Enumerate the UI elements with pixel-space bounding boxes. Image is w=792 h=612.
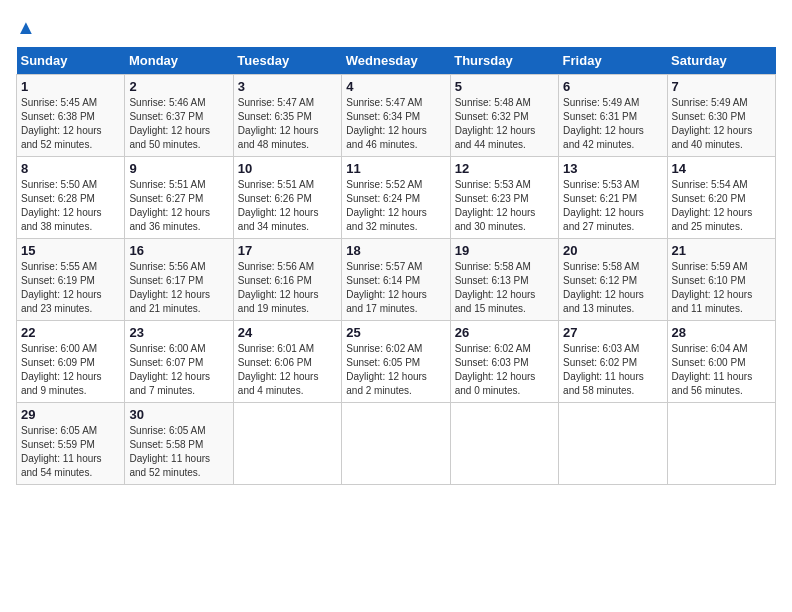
calendar-row: 29 Sunrise: 6:05 AM Sunset: 5:59 PM Dayl…: [17, 403, 776, 485]
day-sunset: Sunset: 6:19 PM: [21, 275, 95, 286]
day-number: 11: [346, 161, 445, 176]
calendar-cell: [559, 403, 667, 485]
calendar-cell: 6 Sunrise: 5:49 AM Sunset: 6:31 PM Dayli…: [559, 75, 667, 157]
calendar-cell: 28 Sunrise: 6:04 AM Sunset: 6:00 PM Dayl…: [667, 321, 775, 403]
day-sunset: Sunset: 6:32 PM: [455, 111, 529, 122]
day-number: 18: [346, 243, 445, 258]
calendar-cell: 13 Sunrise: 5:53 AM Sunset: 6:21 PM Dayl…: [559, 157, 667, 239]
day-daylight: Daylight: 12 hours and 7 minutes.: [129, 371, 210, 396]
day-daylight: Daylight: 12 hours and 9 minutes.: [21, 371, 102, 396]
day-daylight: Daylight: 12 hours and 32 minutes.: [346, 207, 427, 232]
day-number: 13: [563, 161, 662, 176]
day-number: 23: [129, 325, 228, 340]
day-daylight: Daylight: 11 hours and 58 minutes.: [563, 371, 644, 396]
day-sunset: Sunset: 6:20 PM: [672, 193, 746, 204]
day-number: 24: [238, 325, 337, 340]
day-daylight: Daylight: 12 hours and 42 minutes.: [563, 125, 644, 150]
day-sunset: Sunset: 6:34 PM: [346, 111, 420, 122]
calendar-cell: 19 Sunrise: 5:58 AM Sunset: 6:13 PM Dayl…: [450, 239, 558, 321]
day-sunrise: Sunrise: 6:00 AM: [129, 343, 205, 354]
calendar-cell: 25 Sunrise: 6:02 AM Sunset: 6:05 PM Dayl…: [342, 321, 450, 403]
calendar-cell: 24 Sunrise: 6:01 AM Sunset: 6:06 PM Dayl…: [233, 321, 341, 403]
day-sunset: Sunset: 6:09 PM: [21, 357, 95, 368]
day-number: 6: [563, 79, 662, 94]
day-number: 10: [238, 161, 337, 176]
day-sunrise: Sunrise: 5:56 AM: [238, 261, 314, 272]
day-sunrise: Sunrise: 5:45 AM: [21, 97, 97, 108]
calendar-row: 15 Sunrise: 5:55 AM Sunset: 6:19 PM Dayl…: [17, 239, 776, 321]
day-number: 26: [455, 325, 554, 340]
calendar-cell: 1 Sunrise: 5:45 AM Sunset: 6:38 PM Dayli…: [17, 75, 125, 157]
day-daylight: Daylight: 12 hours and 50 minutes.: [129, 125, 210, 150]
day-daylight: Daylight: 12 hours and 0 minutes.: [455, 371, 536, 396]
calendar-cell: 14 Sunrise: 5:54 AM Sunset: 6:20 PM Dayl…: [667, 157, 775, 239]
day-sunset: Sunset: 6:27 PM: [129, 193, 203, 204]
day-sunset: Sunset: 6:07 PM: [129, 357, 203, 368]
calendar-cell: [342, 403, 450, 485]
day-sunset: Sunset: 6:31 PM: [563, 111, 637, 122]
day-number: 17: [238, 243, 337, 258]
day-number: 27: [563, 325, 662, 340]
day-sunset: Sunset: 5:59 PM: [21, 439, 95, 450]
day-sunset: Sunset: 6:35 PM: [238, 111, 312, 122]
calendar-cell: 27 Sunrise: 6:03 AM Sunset: 6:02 PM Dayl…: [559, 321, 667, 403]
calendar-cell: [667, 403, 775, 485]
day-number: 22: [21, 325, 120, 340]
day-sunrise: Sunrise: 5:53 AM: [455, 179, 531, 190]
day-number: 5: [455, 79, 554, 94]
calendar-cell: 20 Sunrise: 5:58 AM Sunset: 6:12 PM Dayl…: [559, 239, 667, 321]
day-sunrise: Sunrise: 5:51 AM: [238, 179, 314, 190]
day-daylight: Daylight: 12 hours and 21 minutes.: [129, 289, 210, 314]
day-daylight: Daylight: 12 hours and 2 minutes.: [346, 371, 427, 396]
day-daylight: Daylight: 12 hours and 19 minutes.: [238, 289, 319, 314]
day-daylight: Daylight: 12 hours and 36 minutes.: [129, 207, 210, 232]
calendar-cell: [450, 403, 558, 485]
day-daylight: Daylight: 11 hours and 54 minutes.: [21, 453, 102, 478]
day-number: 14: [672, 161, 771, 176]
day-daylight: Daylight: 12 hours and 13 minutes.: [563, 289, 644, 314]
day-daylight: Daylight: 11 hours and 52 minutes.: [129, 453, 210, 478]
day-daylight: Daylight: 12 hours and 23 minutes.: [21, 289, 102, 314]
day-sunset: Sunset: 6:05 PM: [346, 357, 420, 368]
day-daylight: Daylight: 12 hours and 46 minutes.: [346, 125, 427, 150]
day-number: 30: [129, 407, 228, 422]
day-sunset: Sunset: 6:38 PM: [21, 111, 95, 122]
day-daylight: Daylight: 12 hours and 11 minutes.: [672, 289, 753, 314]
day-sunrise: Sunrise: 5:58 AM: [563, 261, 639, 272]
day-sunrise: Sunrise: 5:58 AM: [455, 261, 531, 272]
day-sunrise: Sunrise: 5:47 AM: [346, 97, 422, 108]
day-number: 2: [129, 79, 228, 94]
calendar-cell: 29 Sunrise: 6:05 AM Sunset: 5:59 PM Dayl…: [17, 403, 125, 485]
day-sunrise: Sunrise: 5:46 AM: [129, 97, 205, 108]
day-sunset: Sunset: 6:06 PM: [238, 357, 312, 368]
day-sunset: Sunset: 6:24 PM: [346, 193, 420, 204]
day-sunrise: Sunrise: 6:01 AM: [238, 343, 314, 354]
day-daylight: Daylight: 12 hours and 15 minutes.: [455, 289, 536, 314]
day-sunrise: Sunrise: 6:03 AM: [563, 343, 639, 354]
day-sunset: Sunset: 6:26 PM: [238, 193, 312, 204]
calendar-cell: [233, 403, 341, 485]
calendar-cell: 11 Sunrise: 5:52 AM Sunset: 6:24 PM Dayl…: [342, 157, 450, 239]
day-number: 8: [21, 161, 120, 176]
day-number: 19: [455, 243, 554, 258]
calendar-cell: 4 Sunrise: 5:47 AM Sunset: 6:34 PM Dayli…: [342, 75, 450, 157]
day-sunrise: Sunrise: 5:53 AM: [563, 179, 639, 190]
calendar-body: 1 Sunrise: 5:45 AM Sunset: 6:38 PM Dayli…: [17, 75, 776, 485]
calendar-cell: 7 Sunrise: 5:49 AM Sunset: 6:30 PM Dayli…: [667, 75, 775, 157]
calendar-cell: 22 Sunrise: 6:00 AM Sunset: 6:09 PM Dayl…: [17, 321, 125, 403]
day-sunset: Sunset: 6:37 PM: [129, 111, 203, 122]
day-number: 1: [21, 79, 120, 94]
weekday-header-sunday: Sunday: [17, 47, 125, 75]
day-sunrise: Sunrise: 5:52 AM: [346, 179, 422, 190]
day-sunset: Sunset: 6:16 PM: [238, 275, 312, 286]
calendar-cell: 23 Sunrise: 6:00 AM Sunset: 6:07 PM Dayl…: [125, 321, 233, 403]
day-sunset: Sunset: 6:17 PM: [129, 275, 203, 286]
calendar-cell: 26 Sunrise: 6:02 AM Sunset: 6:03 PM Dayl…: [450, 321, 558, 403]
header: ▲: [16, 16, 776, 39]
day-sunset: Sunset: 6:10 PM: [672, 275, 746, 286]
weekday-header-row: SundayMondayTuesdayWednesdayThursdayFrid…: [17, 47, 776, 75]
calendar-cell: 16 Sunrise: 5:56 AM Sunset: 6:17 PM Dayl…: [125, 239, 233, 321]
day-sunset: Sunset: 6:21 PM: [563, 193, 637, 204]
day-sunrise: Sunrise: 5:50 AM: [21, 179, 97, 190]
day-number: 12: [455, 161, 554, 176]
